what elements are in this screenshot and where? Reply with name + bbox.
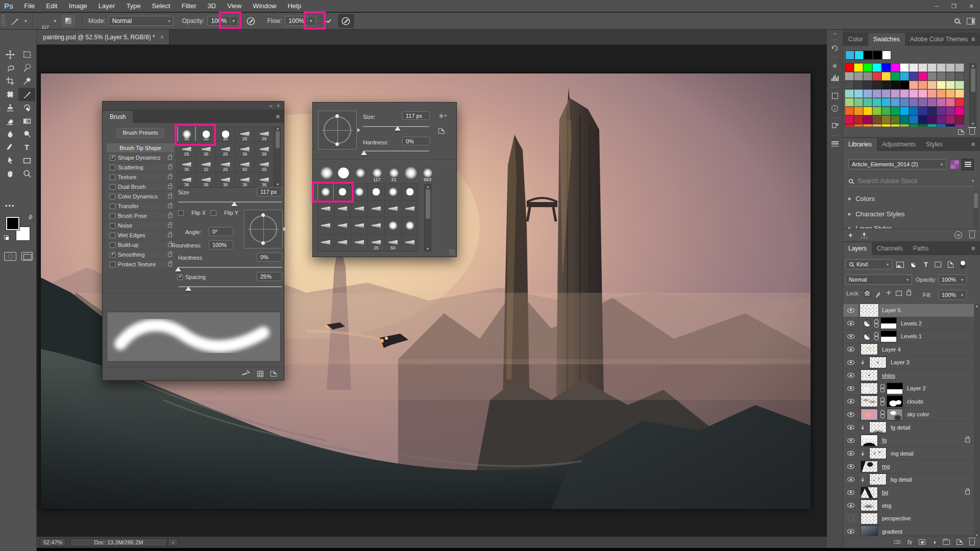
layer-thumbnail[interactable] bbox=[861, 487, 877, 498]
swatch[interactable] bbox=[937, 107, 946, 115]
swatch[interactable] bbox=[955, 107, 964, 115]
eye-icon[interactable] bbox=[847, 399, 854, 404]
layer-row[interactable]: ebg bbox=[843, 499, 974, 513]
layer-thumbnail[interactable] bbox=[870, 448, 886, 459]
panel-tab[interactable]: Libraries bbox=[843, 138, 877, 151]
layer-row[interactable]: fg detail bbox=[843, 421, 974, 435]
live-tip-preview-icon[interactable] bbox=[242, 371, 250, 377]
layer-thumbnail[interactable] bbox=[870, 474, 886, 485]
layers-scrollbar[interactable]: ▲ ▼ bbox=[974, 304, 980, 538]
swatch[interactable] bbox=[854, 81, 863, 89]
swatch[interactable] bbox=[846, 51, 854, 59]
delete-library-item-icon[interactable] bbox=[969, 232, 975, 238]
swatch[interactable] bbox=[881, 89, 891, 98]
visibility-cell[interactable] bbox=[843, 395, 859, 408]
setting-checkbox[interactable] bbox=[110, 233, 115, 238]
properties-panel-icon[interactable] bbox=[827, 138, 843, 150]
foreground-color-swatch[interactable] bbox=[6, 217, 19, 230]
swatch[interactable] bbox=[891, 124, 900, 127]
info-panel-icon[interactable]: i bbox=[827, 102, 843, 114]
swatch[interactable] bbox=[900, 115, 909, 124]
brush-presets-button[interactable]: Brush Presets bbox=[117, 128, 164, 138]
swatch[interactable] bbox=[845, 107, 854, 115]
pressure-size-button[interactable] bbox=[320, 14, 335, 28]
edit-toolbar-button[interactable]: ••• bbox=[5, 202, 15, 210]
eyedropper-tool[interactable] bbox=[18, 74, 35, 88]
swatch[interactable] bbox=[955, 89, 964, 98]
brush-grid-scrollbar[interactable]: ▲ ▼ bbox=[275, 126, 281, 187]
swatches-scrollbar[interactable]: ▲ ▼ bbox=[969, 63, 976, 127]
layer-row[interactable]: mg bbox=[843, 460, 974, 473]
eye-icon[interactable] bbox=[847, 386, 854, 391]
swatch[interactable] bbox=[946, 81, 955, 89]
layer-thumbnail[interactable] bbox=[861, 500, 877, 511]
swatch[interactable] bbox=[855, 51, 863, 59]
setting-checkbox[interactable] bbox=[110, 223, 115, 229]
brush-tip-cell[interactable]: 36 bbox=[197, 172, 216, 188]
preset-cell[interactable] bbox=[317, 217, 334, 234]
tab-brush[interactable]: Brush bbox=[103, 111, 133, 123]
stock-search[interactable]: Search Adobe Stock ▾ bbox=[848, 176, 974, 187]
brush-setting-item[interactable]: Protect Texture bbox=[107, 260, 174, 269]
eye-icon[interactable] bbox=[847, 373, 854, 378]
popup-size-field[interactable]: 117 px bbox=[402, 111, 430, 120]
size-field[interactable]: 117 px bbox=[257, 187, 282, 196]
swatch[interactable] bbox=[937, 89, 946, 98]
swatch[interactable] bbox=[845, 81, 854, 89]
gear-icon[interactable]: ✳ bbox=[438, 112, 446, 120]
visibility-cell[interactable] bbox=[843, 330, 859, 343]
screen-mode-button[interactable] bbox=[21, 252, 33, 261]
eye-icon[interactable] bbox=[847, 529, 854, 534]
swatch[interactable] bbox=[918, 63, 927, 72]
drag-rail[interactable] bbox=[831, 87, 839, 88]
menu-item[interactable]: Type bbox=[120, 0, 146, 12]
layer-row[interactable]: ships bbox=[843, 369, 974, 383]
swatch[interactable] bbox=[881, 115, 891, 124]
artboards-panel-icon[interactable] bbox=[827, 120, 843, 132]
swap-colors-icon[interactable]: ⇄ bbox=[27, 213, 35, 221]
visibility-cell[interactable] bbox=[843, 460, 859, 473]
eye-icon[interactable] bbox=[847, 412, 854, 417]
swatch[interactable] bbox=[955, 72, 964, 81]
preset-cell[interactable] bbox=[317, 184, 334, 201]
swatch[interactable] bbox=[927, 115, 937, 124]
swatch[interactable] bbox=[900, 81, 909, 89]
preset-cell[interactable] bbox=[368, 184, 385, 201]
new-layer-icon[interactable] bbox=[957, 539, 963, 545]
swatch[interactable] bbox=[881, 72, 891, 81]
brush-tip-cell[interactable]: 30 bbox=[177, 127, 197, 142]
swatch[interactable] bbox=[937, 81, 946, 89]
close-panel-icon[interactable]: × bbox=[277, 103, 280, 109]
dial-arrow[interactable] bbox=[357, 128, 360, 132]
lasso-tool[interactable] bbox=[2, 61, 18, 74]
swatch[interactable] bbox=[891, 98, 900, 107]
swatch[interactable] bbox=[891, 72, 900, 81]
histogram-panel-icon[interactable] bbox=[827, 72, 843, 84]
preset-cell[interactable] bbox=[334, 217, 351, 234]
swatch[interactable] bbox=[937, 124, 946, 127]
upload-icon[interactable] bbox=[861, 232, 867, 238]
panel-menu-icon[interactable]: ≡ bbox=[971, 245, 975, 252]
swatch[interactable] bbox=[845, 98, 854, 107]
recent-brush-cell[interactable] bbox=[352, 164, 369, 182]
filter-shape-layers-icon[interactable] bbox=[935, 262, 941, 267]
visibility-cell[interactable] bbox=[843, 356, 859, 369]
menu-item[interactable]: Window bbox=[247, 0, 282, 12]
toggle-brush-panel-button[interactable] bbox=[62, 15, 75, 27]
spacing-slider[interactable] bbox=[178, 286, 282, 287]
eye-icon[interactable] bbox=[847, 464, 854, 469]
new-preset-icon[interactable] bbox=[438, 128, 445, 134]
layer-thumbnail[interactable] bbox=[861, 370, 877, 381]
roundness-field[interactable]: 100% bbox=[209, 240, 233, 249]
menu-item[interactable]: Edit bbox=[40, 0, 63, 12]
fill-field[interactable]: 100% ▾ bbox=[938, 290, 967, 300]
panel-tab[interactable]: Adjustments bbox=[877, 138, 921, 151]
layer-row[interactable]: clouds bbox=[843, 395, 974, 409]
brush-setting-item[interactable]: Dual Brush bbox=[107, 182, 174, 192]
preset-cell[interactable] bbox=[368, 217, 385, 234]
preset-cell[interactable]: 25 bbox=[368, 234, 385, 251]
swatch[interactable] bbox=[937, 72, 946, 81]
brush-tip-cell[interactable]: 36 bbox=[197, 142, 216, 157]
swatch[interactable] bbox=[872, 98, 881, 107]
layer-name[interactable]: bg bbox=[882, 489, 888, 495]
